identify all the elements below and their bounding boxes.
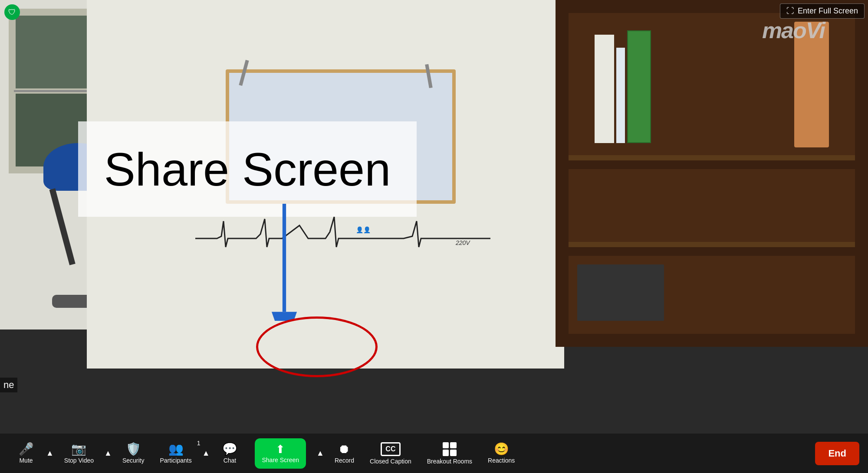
- shelf-mid: [569, 169, 855, 247]
- breakout-rooms-button[interactable]: Breakout Rooms: [419, 436, 480, 471]
- chat-icon: 💬: [222, 443, 237, 455]
- share-screen-button[interactable]: ⬆ Share Screen: [247, 436, 314, 471]
- share-screen-label: Share Screen: [262, 457, 299, 463]
- record-button[interactable]: ⏺ Record: [327, 436, 362, 471]
- security-button[interactable]: 🛡️ Security: [115, 436, 152, 471]
- shelf-bottom: [569, 256, 855, 334]
- bookshelf: [556, 0, 868, 347]
- chat-button[interactable]: 💬 Chat: [212, 436, 247, 471]
- stop-video-button[interactable]: 📷 Stop Video: [56, 436, 102, 471]
- video-caret[interactable]: ▲: [102, 449, 115, 458]
- mute-icon: 🎤: [19, 443, 34, 455]
- fullscreen-button[interactable]: ⛶ Enter Full Screen: [780, 3, 865, 19]
- chat-label: Chat: [224, 457, 237, 464]
- participants-icon: 👥: [168, 443, 184, 455]
- breakout-rooms-icon: [443, 442, 457, 456]
- annotation-arrow: [256, 204, 312, 321]
- zoom-logo-icon: 🛡: [4, 4, 20, 20]
- ecg-drawing: 👤👤 220V: [195, 212, 490, 256]
- end-label: End: [828, 448, 846, 459]
- share-screen-overlay: Share Screen: [78, 121, 417, 217]
- reactions-button[interactable]: 😊 Reactions: [480, 436, 523, 471]
- mute-label: Mute: [19, 457, 33, 464]
- breakout-rooms-label: Breakout Rooms: [427, 458, 472, 465]
- closed-caption-label: Closed Caption: [370, 458, 411, 465]
- watermark: maoVi: [762, 17, 825, 43]
- security-label: Security: [122, 457, 145, 464]
- mute-caret[interactable]: ▲: [43, 449, 56, 458]
- share-screen-caret[interactable]: ▲: [314, 449, 327, 458]
- closed-caption-button[interactable]: CC Closed Caption: [362, 436, 419, 471]
- participant-count-badge: 1: [197, 440, 201, 447]
- reactions-label: Reactions: [488, 457, 515, 464]
- share-screen-btn-inner: ⬆ Share Screen: [255, 438, 306, 469]
- record-label: Record: [335, 457, 354, 464]
- stop-video-label: Stop Video: [64, 457, 94, 464]
- camera-icon: 📷: [71, 443, 86, 455]
- svg-text:220V: 220V: [455, 239, 470, 246]
- reactions-icon: 😊: [494, 443, 509, 455]
- participants-button[interactable]: 👥 1 Participants: [152, 436, 199, 471]
- svg-text:👤👤: 👤👤: [356, 226, 371, 234]
- fullscreen-label: Enter Full Screen: [798, 7, 858, 16]
- share-screen-annotation-text: Share Screen: [104, 142, 391, 196]
- share-screen-icon: ⬆: [276, 444, 285, 455]
- cc-icon: CC: [381, 442, 401, 456]
- participants-label: Participants: [160, 457, 191, 464]
- mute-button[interactable]: 🎤 Mute: [9, 436, 43, 471]
- video-area: 👤👤 220V Share Screen: [0, 0, 868, 434]
- security-icon: 🛡️: [126, 443, 141, 455]
- participants-caret[interactable]: ▲: [200, 449, 213, 458]
- fullscreen-icon: ⛶: [786, 7, 794, 16]
- record-icon: ⏺: [338, 443, 350, 455]
- end-button[interactable]: End: [815, 442, 859, 465]
- participant-name-partial: ne: [0, 378, 17, 392]
- toolbar: 🎤 Mute ▲ 📷 Stop Video ▲ 🛡️ Security 👥 1 …: [0, 434, 868, 473]
